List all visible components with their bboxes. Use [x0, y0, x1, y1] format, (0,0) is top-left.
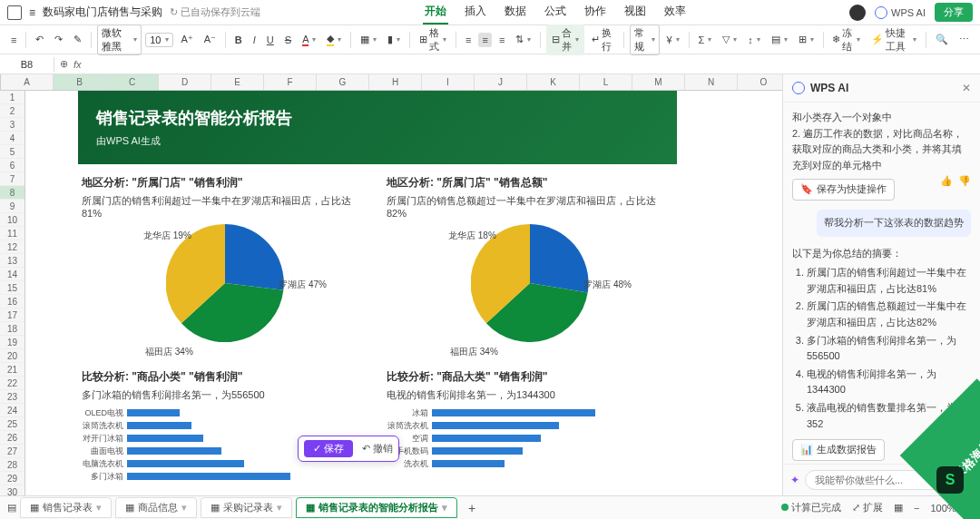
row-header[interactable]: 20 — [0, 349, 24, 363]
column-header[interactable]: M — [632, 74, 685, 90]
close-icon[interactable]: ✕ — [962, 82, 971, 94]
ai-input-field[interactable] — [805, 470, 958, 490]
row-header[interactable]: 25 — [0, 417, 24, 431]
row-header[interactable]: 16 — [0, 295, 24, 308]
border-button[interactable]: ▦ — [357, 32, 380, 47]
row-header[interactable]: 11 — [0, 227, 24, 240]
row-header[interactable]: 21 — [0, 363, 24, 377]
row-header[interactable]: 30 — [0, 485, 24, 495]
column-header[interactable]: N — [685, 74, 738, 90]
save-quick-action-button[interactable]: 🔖 保存为快捷操作 — [792, 179, 895, 201]
font-color-button[interactable]: A — [299, 32, 319, 48]
menu-data[interactable]: 数据 — [503, 0, 528, 24]
strike-button[interactable]: S — [281, 33, 295, 47]
cell-fill-button[interactable]: ▮ — [384, 32, 404, 47]
menu-toggle-icon[interactable]: ≡ — [7, 33, 20, 47]
cells-canvas[interactable]: 销售记录表的智能分析报告 由WPS AI生成 地区分析: "所属门店" "销售利… — [25, 91, 782, 495]
row-header[interactable]: 6 — [0, 159, 24, 172]
row-header[interactable]: 9 — [0, 200, 24, 213]
row-header[interactable]: 7 — [0, 172, 24, 186]
column-header[interactable]: I — [422, 74, 475, 90]
font-select[interactable]: 微软雅黑 — [97, 24, 142, 55]
column-header[interactable]: E — [211, 74, 264, 90]
align-center-icon[interactable]: ≡ — [478, 33, 491, 47]
font-size-select[interactable]: 10 — [145, 33, 173, 47]
row-header[interactable]: 13 — [0, 254, 24, 268]
filter-button[interactable]: ▽ — [719, 32, 740, 47]
number-format-select[interactable]: 常规 — [630, 24, 660, 55]
format-painter-icon[interactable]: ✎ — [70, 32, 85, 47]
undo-icon[interactable]: ↶ — [32, 32, 47, 47]
more-icon[interactable]: ⋯ — [956, 32, 973, 47]
sum-button[interactable]: Σ — [694, 33, 715, 47]
row-header[interactable]: 2 — [0, 104, 24, 118]
column-header[interactable]: D — [159, 74, 211, 90]
row-header[interactable]: 15 — [0, 281, 24, 295]
sheet-tab-active[interactable]: ▦ 销售记录表的智能分析报告 ▾ — [296, 497, 457, 518]
redo-icon[interactable]: ↷ — [51, 32, 66, 47]
column-header[interactable]: J — [475, 74, 527, 90]
row-header[interactable]: 24 — [0, 404, 24, 417]
menu-efficiency[interactable]: 效率 — [662, 0, 688, 24]
row-header[interactable]: 10 — [0, 213, 24, 227]
wps-ai-badge[interactable]: WPS AI — [875, 6, 926, 19]
row-header[interactable]: 8 — [0, 186, 24, 200]
row-header[interactable]: 14 — [0, 268, 24, 281]
thumbs-down-icon[interactable]: 👎 — [958, 173, 971, 190]
menu-icon[interactable]: ≡ — [29, 6, 35, 19]
column-header[interactable]: H — [369, 74, 422, 90]
row-header[interactable]: 1 — [0, 91, 24, 104]
currency-button[interactable]: ¥ — [663, 33, 683, 47]
align-left-icon[interactable]: ≡ — [462, 33, 475, 47]
wrap-button[interactable]: ↵ 换行 — [588, 24, 617, 55]
merge-button[interactable]: ⊟ 合并 — [546, 24, 584, 55]
column-header[interactable]: K — [527, 74, 580, 90]
row-header[interactable]: 17 — [0, 308, 24, 322]
view-mode-icon[interactable]: ▦ — [894, 502, 903, 514]
row-header[interactable]: 18 — [0, 322, 24, 336]
quick-tools-button[interactable]: ⚡ 快捷工具 — [867, 24, 920, 55]
generate-report-button[interactable]: 📊 生成数据报告 — [792, 439, 885, 461]
add-sheet-button[interactable]: + — [461, 501, 483, 515]
freeze-button[interactable]: ❄ 冻结 — [828, 24, 863, 55]
align-right-icon[interactable]: ≡ — [495, 33, 508, 47]
row-header[interactable]: 19 — [0, 336, 24, 349]
search-icon[interactable]: 🔍 — [932, 32, 952, 47]
home-icon[interactable] — [7, 5, 22, 20]
avatar[interactable] — [849, 5, 866, 21]
zoom-in-icon[interactable]: + — [967, 503, 973, 514]
thumbs-up-icon[interactable]: 👍 — [940, 173, 953, 190]
column-header[interactable]: O — [738, 74, 782, 90]
row-header[interactable]: 12 — [0, 240, 24, 254]
fill-color-button[interactable]: ◆ — [323, 31, 345, 48]
valign-button[interactable]: ⇅ — [512, 32, 534, 47]
row-header[interactable]: 28 — [0, 458, 24, 472]
row-header[interactable]: 5 — [0, 145, 24, 159]
bold-button[interactable]: B — [231, 33, 246, 47]
row-header[interactable]: 22 — [0, 377, 24, 390]
column-header[interactable]: L — [580, 74, 632, 90]
menu-start[interactable]: 开始 — [423, 0, 448, 24]
column-header[interactable]: G — [317, 74, 369, 90]
cell-reference[interactable]: B8 — [0, 57, 54, 72]
italic-button[interactable]: I — [250, 33, 260, 47]
cancel-button[interactable]: ↶ 撤销 — [362, 442, 393, 455]
insert-button[interactable]: ⊞ — [795, 32, 818, 47]
menu-collab[interactable]: 协作 — [583, 0, 608, 24]
zoom-out-icon[interactable]: − — [914, 503, 919, 514]
format-dropdown[interactable]: ⊞ 格式 — [416, 24, 450, 55]
sheet-list-icon[interactable]: ▤ — [7, 502, 16, 514]
underline-button[interactable]: U — [263, 33, 278, 47]
column-header[interactable]: F — [264, 74, 317, 90]
column-header[interactable]: C — [106, 74, 159, 90]
column-header[interactable]: A — [1, 74, 54, 90]
row-header[interactable]: 29 — [0, 472, 24, 485]
row-header[interactable]: 3 — [0, 118, 24, 132]
row-header[interactable]: 23 — [0, 390, 24, 404]
column-header[interactable]: B — [54, 74, 106, 90]
conditional-format-button[interactable]: ▤ — [768, 32, 791, 47]
menu-formula[interactable]: 公式 — [543, 0, 568, 24]
save-button[interactable]: ✓ 保存 — [304, 440, 353, 457]
row-header[interactable]: 27 — [0, 445, 24, 458]
zoom-lens-icon[interactable]: ⊕ — [60, 58, 68, 70]
